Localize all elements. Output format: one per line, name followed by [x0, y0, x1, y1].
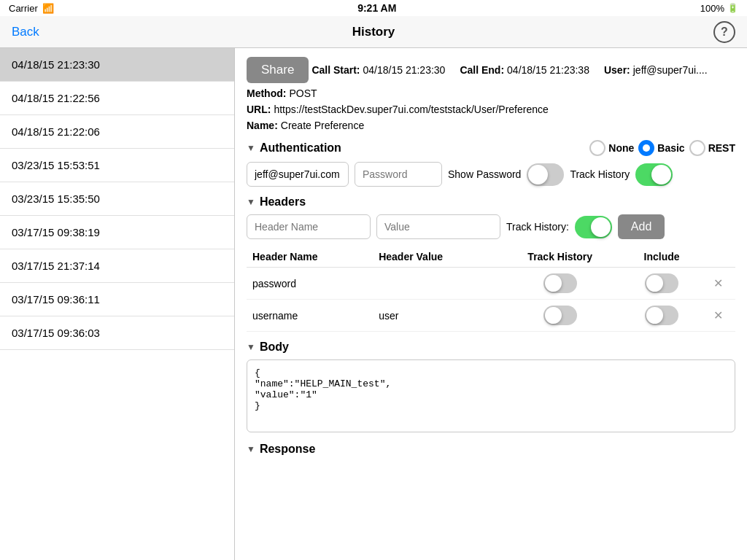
- delete-row-button[interactable]: ✕: [713, 308, 723, 322]
- authentication-section-label: Authentication: [260, 141, 341, 155]
- response-collapse-icon[interactable]: ▼: [247, 444, 255, 454]
- sidebar-item[interactable]: 04/18/15 21:22:56: [0, 82, 234, 115]
- sidebar-item-timestamp: 04/18/15 21:22:06: [12, 125, 100, 138]
- add-header-button[interactable]: Add: [618, 214, 665, 239]
- name-row: Name: Create Preference: [247, 120, 735, 131]
- authentication-section-header: ▼ Authentication None Basic REST: [247, 140, 735, 156]
- auth-track-history-toggle[interactable]: [635, 163, 673, 186]
- show-password-slider: [527, 163, 564, 186]
- header-value-input[interactable]: [376, 214, 500, 239]
- row-header-name: username: [247, 300, 373, 332]
- radio-rest-circle[interactable]: [689, 140, 705, 156]
- show-password-toggle[interactable]: [527, 163, 564, 186]
- sidebar-item-timestamp: 04/18/15 21:23:30: [12, 58, 100, 71]
- username-input[interactable]: [247, 162, 349, 187]
- col-header-value: Header Value: [373, 246, 498, 268]
- response-section-label: Response: [260, 443, 315, 456]
- sidebar-item-timestamp: 03/17/15 09:38:19: [12, 226, 100, 238]
- nav-bar-left: Back: [12, 25, 39, 39]
- row-track-history-slider: [543, 306, 577, 325]
- sidebar-item[interactable]: 04/18/15 21:23:30: [0, 48, 234, 82]
- headers-table-body: password ✕: [247, 268, 735, 332]
- sidebar-item[interactable]: 03/23/15 15:35:50: [0, 182, 234, 216]
- status-bar-right: 100% 🔋: [700, 3, 738, 14]
- sidebar-item-timestamp: 03/17/15 21:37:14: [12, 260, 100, 272]
- body-textarea[interactable]: { "name":"HELP_MAIN_test", "value":"1" }: [247, 359, 735, 432]
- radio-rest-label: REST: [708, 142, 735, 154]
- help-button[interactable]: ?: [713, 21, 735, 43]
- sidebar-item-timestamp: 04/18/15 21:22:56: [12, 92, 100, 104]
- status-bar-time: 9:21 AM: [357, 2, 396, 14]
- headers-collapse-icon[interactable]: ▼: [247, 197, 255, 207]
- radio-none-circle[interactable]: [589, 140, 605, 156]
- back-button[interactable]: Back: [12, 25, 39, 39]
- auth-track-history-slider: [635, 163, 673, 186]
- table-row: username user: [247, 300, 735, 332]
- row-include: [623, 268, 701, 300]
- row-track-history-toggle[interactable]: [543, 306, 577, 325]
- status-bar: Carrier 📶 9:21 AM 100% 🔋: [0, 0, 747, 16]
- share-button[interactable]: Share: [247, 57, 309, 83]
- headers-section-header: ▼ Headers: [247, 195, 735, 209]
- sidebar-item[interactable]: 03/17/15 09:38:19: [0, 216, 234, 249]
- headers-table: Header Name Header Value Track History I…: [247, 246, 735, 332]
- auth-radio-group: None Basic REST: [589, 140, 735, 156]
- auth-inputs-row: Show Password Track History: [247, 162, 735, 187]
- row-track-history: [498, 268, 623, 300]
- sidebar: 04/18/15 21:23:30 04/18/15 21:22:56 04/1…: [0, 48, 235, 560]
- response-section-header: ▼ Response: [247, 443, 735, 456]
- sidebar-item[interactable]: 03/17/15 09:36:11: [0, 283, 234, 316]
- call-start-value: 04/18/15 21:23:30: [363, 64, 446, 76]
- header-input-row: Track History: Add: [247, 214, 735, 239]
- url-row: URL: https://testStackDev.super7ui.com/t…: [247, 104, 735, 115]
- wifi-icon: 📶: [42, 3, 54, 14]
- sidebar-item-timestamp: 03/17/15 09:36:03: [12, 327, 100, 339]
- row-include-toggle[interactable]: [645, 273, 678, 293]
- url-label: URL:: [247, 104, 271, 115]
- call-start-label: Call Start:: [311, 64, 360, 76]
- name-label: Name:: [247, 120, 278, 131]
- main-content: 04/18/15 21:23:30 04/18/15 21:22:56 04/1…: [0, 48, 747, 560]
- user-label: User:: [604, 64, 630, 76]
- radio-basic-label: Basic: [657, 142, 684, 154]
- sidebar-item[interactable]: 03/17/15 21:37:14: [0, 249, 234, 283]
- name-value: Create Preference: [281, 120, 364, 131]
- method-value: POST: [289, 88, 317, 99]
- header-track-history-toggle[interactable]: [575, 216, 612, 238]
- auth-radio-none[interactable]: None: [589, 140, 634, 156]
- row-track-history: [498, 300, 623, 332]
- sidebar-item-timestamp: 03/23/15 15:35:50: [12, 192, 100, 205]
- carrier-text: Carrier: [9, 3, 38, 14]
- call-end-value: 04/18/15 21:23:38: [507, 64, 589, 76]
- radio-basic-circle[interactable]: [638, 140, 654, 156]
- row-delete: ✕: [700, 300, 735, 332]
- header-name-input[interactable]: [247, 214, 371, 239]
- authentication-collapse-icon[interactable]: ▼: [247, 143, 255, 153]
- call-info-row: Share Call Start: 04/18/15 21:23:30 Call…: [247, 57, 735, 83]
- auth-radio-basic[interactable]: Basic: [638, 140, 684, 156]
- sidebar-item[interactable]: 03/23/15 15:53:51: [0, 149, 234, 182]
- password-input[interactable]: [355, 162, 442, 187]
- auth-track-history-label: Track History: [570, 168, 630, 180]
- sidebar-item-timestamp: 03/17/15 09:36:11: [12, 293, 100, 306]
- headers-table-header-row: Header Name Header Value Track History I…: [247, 246, 735, 268]
- row-include: [623, 300, 701, 332]
- col-track-history: Track History: [498, 246, 623, 268]
- sidebar-item[interactable]: 03/17/15 09:36:03: [0, 316, 234, 350]
- auth-radio-rest[interactable]: REST: [689, 140, 735, 156]
- headers-table-head: Header Name Header Value Track History I…: [247, 246, 735, 268]
- delete-row-button[interactable]: ✕: [713, 276, 723, 290]
- col-include: Include: [623, 246, 701, 268]
- call-end-label: Call End:: [460, 64, 504, 76]
- sidebar-item[interactable]: 04/18/15 21:22:06: [0, 115, 234, 149]
- row-track-history-toggle[interactable]: [543, 273, 577, 293]
- row-include-toggle[interactable]: [645, 306, 678, 325]
- header-track-history-slider: [575, 216, 612, 238]
- row-include-slider: [645, 306, 678, 325]
- method-row: Method: POST: [247, 88, 735, 99]
- url-value: https://testStackDev.super7ui.com/testst…: [274, 104, 548, 115]
- table-row: password ✕: [247, 268, 735, 300]
- body-collapse-icon[interactable]: ▼: [247, 342, 255, 352]
- row-header-value: [373, 268, 498, 300]
- row-header-name: password: [247, 268, 373, 300]
